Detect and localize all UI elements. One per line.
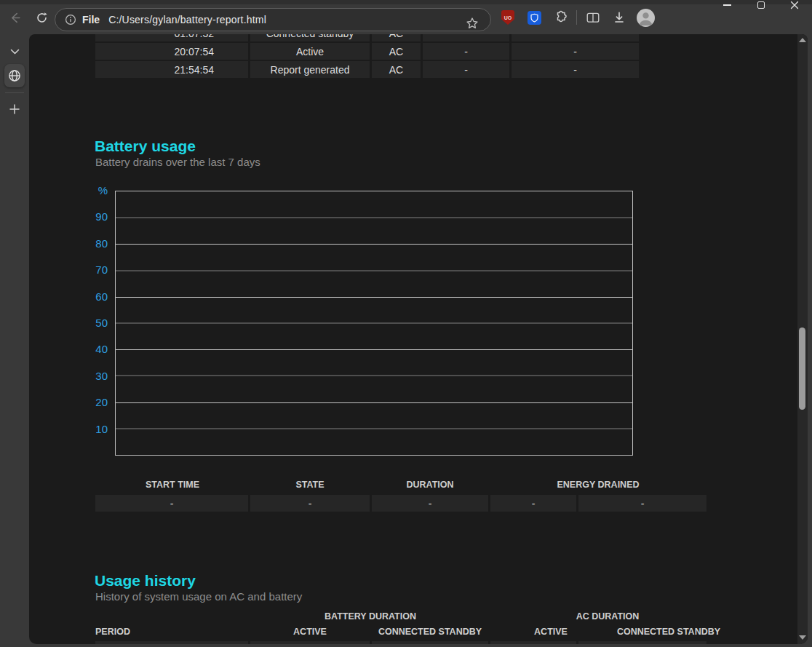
downloads-button[interactable]	[609, 7, 629, 28]
extensions-area: UO	[498, 7, 656, 28]
back-arrow-icon	[9, 12, 21, 24]
extensions-menu-button[interactable]	[550, 7, 570, 28]
maximize-icon	[757, 1, 765, 9]
table-row: 20:07:54 Active AC - -	[95, 43, 639, 60]
table-row: 21:54:54 Report generated AC - -	[95, 61, 639, 78]
web-content: 01:07:32 Connected standby AC 20:07:54 A…	[29, 34, 808, 644]
browser-toolbar: File C:/Users/gylan/battery-report.html …	[0, 4, 812, 34]
vertical-scrollbar[interactable]	[797, 34, 808, 644]
minimize-icon	[723, 4, 731, 5]
cell-battery-connected-standby	[372, 641, 488, 644]
cell-capacity-pct: -	[423, 43, 509, 60]
recent-usage-table: 01:07:32 Connected standby AC 20:07:54 A…	[95, 34, 639, 79]
col-header-energy-drained: ENERGY DRAINED	[557, 480, 640, 490]
cell-period	[95, 641, 248, 644]
maximize-button[interactable]	[745, 0, 777, 16]
ublock-extension-button[interactable]: UO	[498, 7, 518, 28]
col-header-ac-connected-standby: CONNECTED STANDBY	[617, 627, 720, 637]
cell-state: Report generated	[250, 61, 370, 78]
new-tab-button[interactable]	[4, 99, 25, 119]
cell-start-time: -	[95, 495, 248, 512]
download-icon	[613, 11, 626, 24]
gridline	[116, 270, 632, 271]
col-header-battery-active: ACTIVE	[293, 627, 327, 637]
split-screen-button[interactable]	[583, 7, 603, 28]
usage-history-partial-row	[95, 641, 706, 644]
bitwarden-extension-button[interactable]	[524, 7, 544, 28]
usage-history-subtitle: History of system usage on AC and batter…	[95, 590, 302, 603]
bitwarden-shield-icon	[528, 11, 541, 25]
globe-icon	[8, 69, 21, 82]
col-header-ac-active: ACTIVE	[534, 627, 568, 637]
group-header-ac-duration: AC DURATION	[576, 611, 640, 622]
cell-capacity-mwh: -	[512, 43, 639, 60]
scrollbar-thumb[interactable]	[799, 328, 805, 410]
cell-start-time: 01:07:32	[95, 34, 248, 41]
cell-state: Connected standby	[250, 34, 370, 41]
y-tick-label: 10	[95, 423, 108, 436]
profile-button[interactable]	[635, 7, 656, 28]
refresh-button[interactable]	[31, 7, 52, 28]
profile-avatar-icon	[637, 9, 655, 27]
back-button[interactable]	[4, 7, 25, 28]
page-info-icon[interactable]	[65, 14, 76, 25]
chevron-down-icon	[10, 49, 20, 55]
address-bar[interactable]: File C:/Users/gylan/battery-report.html	[55, 8, 491, 31]
gridline	[116, 402, 632, 403]
cell-state: -	[250, 495, 370, 512]
close-icon	[790, 1, 799, 9]
y-tick-label: 50	[95, 317, 108, 330]
puzzle-icon	[553, 10, 568, 25]
col-header-start-time: START TIME	[146, 480, 199, 490]
scroll-up-arrow-icon[interactable]	[799, 38, 806, 42]
cell-capacity-mwh	[512, 34, 639, 41]
split-screen-icon	[586, 11, 600, 24]
battery-usage-heading: Battery usage	[95, 138, 196, 155]
collapse-tabs-button[interactable]	[4, 41, 25, 62]
cell-ac-active	[490, 641, 576, 644]
cell-capacity-mwh: -	[512, 61, 639, 78]
y-tick-label: 20	[95, 396, 108, 409]
battery-usage-subtitle: Battery drains over the last 7 days	[95, 156, 260, 168]
cell-duration: -	[372, 495, 488, 512]
cell-source: AC	[372, 34, 421, 41]
usage-history-heading: Usage history	[95, 572, 196, 590]
minimize-button[interactable]	[711, 0, 743, 16]
cell-state: Active	[250, 43, 370, 60]
cell-energy-mwh: -	[578, 495, 706, 512]
gridline	[116, 244, 632, 245]
close-button[interactable]	[779, 0, 811, 16]
cell-ac-connected-standby	[578, 641, 706, 644]
scroll-down-arrow-icon[interactable]	[799, 635, 806, 640]
gridline	[116, 322, 632, 324]
cell-start-time: 21:54:54	[95, 61, 248, 78]
active-tab-battery-report[interactable]	[4, 64, 25, 87]
cell-source: AC	[372, 43, 421, 60]
cell-source: AC	[372, 61, 421, 78]
y-tick-label: 90	[95, 210, 108, 223]
refresh-icon	[36, 12, 48, 24]
favorite-button[interactable]	[461, 12, 483, 34]
col-header-duration: DURATION	[406, 480, 453, 490]
url-text[interactable]: C:/Users/gylan/battery-report.html	[108, 14, 266, 25]
ublock-shield-icon: UO	[501, 10, 514, 25]
y-tick-label: 70	[95, 263, 108, 277]
gridline	[116, 428, 632, 429]
plus-icon	[9, 104, 20, 114]
drains-table-row: - - - - -	[95, 495, 706, 512]
toolbar-divider	[576, 10, 577, 25]
cell-energy-pct: -	[490, 495, 576, 512]
url-scheme-label: File	[82, 14, 100, 25]
col-header-battery-connected-standby: CONNECTED STANDBY	[378, 627, 482, 637]
sidebar-divider	[5, 92, 24, 93]
battery-usage-chart	[115, 191, 633, 456]
y-tick-label: 30	[95, 370, 108, 383]
y-tick-label: 60	[95, 290, 108, 303]
y-tick-label: 40	[95, 343, 108, 356]
cell-battery-active	[250, 641, 370, 644]
star-icon	[466, 17, 479, 30]
table-row: 01:07:32 Connected standby AC	[95, 34, 639, 41]
gridline	[116, 349, 632, 350]
gridline	[116, 375, 632, 376]
gridline	[116, 297, 632, 298]
